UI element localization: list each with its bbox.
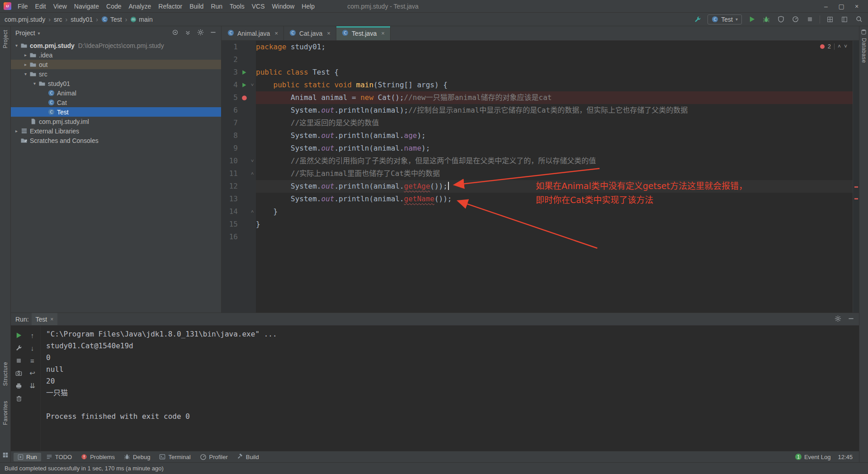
hide-panel-icon[interactable] [210, 29, 217, 37]
code-text[interactable]: //实际上animal里面也储存了Cat类中的数据 [256, 167, 853, 180]
scroll-end-icon[interactable]: ⇊ [28, 380, 38, 392]
error-stripe[interactable] [853, 41, 859, 313]
toolwindow-terminal[interactable]: Terminal [155, 453, 194, 461]
fold-marker-icon[interactable]: ˄ [249, 167, 256, 180]
structure-tool-tab[interactable]: Structure [2, 362, 9, 387]
gear-icon[interactable] [197, 29, 204, 37]
line-number[interactable]: 7 [222, 117, 240, 129]
tree-arrow-icon[interactable]: ▸ [23, 62, 28, 67]
settings-icon[interactable] [14, 342, 24, 354]
toolwindow-problems[interactable]: Problems [77, 453, 119, 461]
close-tab-icon[interactable]: × [274, 30, 278, 37]
code-text[interactable]: public static void main(String[] args) { [256, 79, 853, 91]
code-text[interactable]: System.out.println(animal);//控制台显示animal… [256, 104, 853, 117]
code-text[interactable]: System.out.println(animal.name); [256, 142, 853, 155]
tree-arrow-icon[interactable]: ▾ [32, 81, 38, 86]
database-tool-tab[interactable]: Database [861, 29, 867, 63]
error-mark[interactable] [854, 198, 858, 199]
close-tab-icon[interactable]: × [50, 316, 53, 322]
project-tool-tab[interactable]: Project [2, 30, 9, 50]
tree-item-study01[interactable]: ▾study01 [11, 79, 221, 88]
stop-icon[interactable] [14, 355, 24, 366]
tab-Animal.java[interactable]: CAnimal.java× [222, 26, 284, 40]
menu-help[interactable]: Help [298, 0, 318, 12]
toolwindow-switcher-icon[interactable] [2, 452, 9, 460]
code-text[interactable]: System.out.println(animal.age); [256, 129, 853, 142]
stop-button[interactable] [805, 15, 814, 24]
line-number[interactable]: 16 [222, 231, 240, 243]
menu-refactor[interactable]: Refactor [155, 0, 186, 12]
run-marker-icon[interactable] [240, 79, 249, 91]
tools-icon[interactable] [693, 15, 702, 24]
console-menu-icon[interactable]: ≡ [28, 355, 38, 366]
tree-arrow-icon[interactable]: ▾ [14, 43, 19, 48]
tab-Cat.java[interactable]: CCat.java× [284, 26, 336, 40]
code-text[interactable]: //虽然父类的引用指向了子类的对象，但是这两个值却是在父类中定义了的，所以存储父… [256, 155, 853, 167]
fold-marker-icon[interactable]: ˅ [249, 79, 256, 91]
run-config-select[interactable]: C Test ▾ [708, 14, 742, 24]
line-number[interactable]: 6 [222, 104, 240, 117]
code-text[interactable]: } [256, 218, 853, 231]
tree-item-com.pmj.study.iml[interactable]: com.pmj.study.iml [11, 117, 221, 126]
toolwindow-debug[interactable]: Debug [120, 453, 154, 461]
stack-down-icon[interactable]: ↓ [28, 342, 38, 354]
breadcrumb-src[interactable]: src [54, 16, 62, 23]
menu-vcs[interactable]: VCS [248, 0, 269, 12]
run-button[interactable] [747, 15, 756, 24]
fold-marker-icon[interactable]: ˅ [249, 155, 256, 167]
line-number[interactable]: 5 [222, 91, 240, 104]
console-output[interactable]: "C:\Program Files\Java\jdk1.8.0_131\bin\… [41, 326, 859, 451]
screenshot-icon[interactable] [14, 367, 24, 379]
search-icon[interactable] [854, 15, 863, 24]
line-number[interactable]: 12 [222, 180, 240, 193]
code-text[interactable]: Animal animal = new Cat();//new一只猫那anima… [256, 91, 853, 104]
clear-icon[interactable] [14, 393, 24, 404]
print-icon[interactable] [14, 380, 24, 392]
code-text[interactable] [256, 53, 853, 66]
line-number[interactable]: 8 [222, 129, 240, 142]
tree-item-.idea[interactable]: ▸.idea [11, 50, 221, 60]
tree-item-Scratches and Consoles[interactable]: Scratches and Consoles [11, 136, 221, 145]
debug-button[interactable] [762, 15, 771, 24]
line-number[interactable]: 4 [222, 79, 240, 91]
breadcrumb-main[interactable]: mmain [130, 16, 152, 23]
close-tab-icon[interactable]: × [327, 30, 330, 37]
line-number[interactable]: 14 [222, 205, 240, 218]
menu-build[interactable]: Build [186, 0, 207, 12]
locate-file-icon[interactable] [172, 29, 179, 37]
rerun-icon[interactable] [14, 329, 24, 341]
breadcrumb-com.pmj.study[interactable]: com.pmj.study [5, 16, 45, 23]
close-button[interactable]: × [849, 3, 864, 10]
run-marker-icon[interactable] [240, 66, 249, 79]
line-number[interactable]: 11 [222, 167, 240, 180]
tab-Test.java[interactable]: CTest.java× [336, 26, 391, 40]
collapse-all-icon[interactable] [184, 29, 191, 37]
tree-item-com.pmj.study[interactable]: ▾com.pmj.studyD:\IdeaProjects\com.pmj.st… [11, 41, 221, 50]
coverage-button[interactable] [776, 15, 785, 24]
tree-arrow-icon[interactable]: ▸ [23, 52, 28, 57]
menu-navigate[interactable]: Navigate [71, 0, 103, 12]
breadcrumb-Test[interactable]: CTest [101, 16, 122, 23]
favorites-tool-tab[interactable]: Favorites [2, 401, 9, 427]
line-number[interactable]: 3 [222, 66, 240, 79]
soft-wrap-icon[interactable]: ↩ [28, 367, 38, 379]
tree-arrow-icon[interactable]: ▸ [14, 128, 19, 133]
menu-tools[interactable]: Tools [226, 0, 248, 12]
toolwindow-todo[interactable]: TODO [42, 453, 76, 461]
tree-item-src[interactable]: ▾src [11, 69, 221, 79]
prev-error-icon[interactable]: ˄ [838, 43, 841, 50]
maximize-button[interactable]: ▢ [834, 3, 849, 10]
profiler-button[interactable] [791, 15, 800, 24]
tree-item-Test[interactable]: CTest [11, 107, 221, 117]
next-error-icon[interactable]: ˅ [844, 43, 847, 50]
inspection-widget[interactable]: 2 ˄ ˅ [820, 43, 847, 50]
code-text[interactable]: public class Test { [256, 66, 853, 79]
line-number[interactable]: 2 [222, 53, 240, 66]
close-tab-icon[interactable]: × [381, 30, 385, 37]
gear-icon[interactable] [835, 315, 841, 323]
line-number[interactable]: 9 [222, 142, 240, 155]
stack-up-icon[interactable]: ↑ [28, 329, 38, 341]
menu-analyze[interactable]: Analyze [125, 0, 155, 12]
menu-run[interactable]: Run [207, 0, 226, 12]
breakpoint-icon[interactable] [240, 91, 249, 104]
